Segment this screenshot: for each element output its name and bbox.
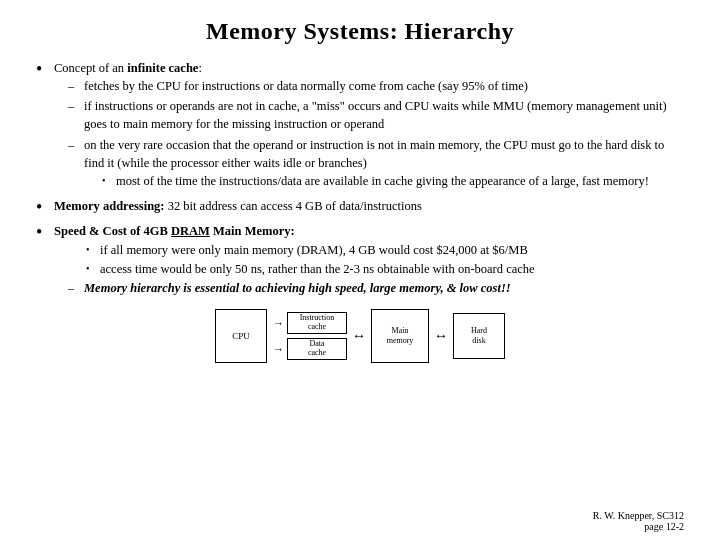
dash-sym-italic: – xyxy=(68,279,84,297)
sub-bullet-dot-3b: • xyxy=(86,262,100,277)
cpu-label: CPU xyxy=(232,331,250,341)
bullet-1-intro: Concept of an xyxy=(54,61,127,75)
sub-bullet-dot-3a: • xyxy=(86,243,100,258)
footer-line2: page 12-2 xyxy=(593,521,684,532)
bullet-1-bold: infinite cache xyxy=(127,61,198,75)
sub-bullet-dot-1: • xyxy=(102,174,116,189)
sub-bullet-3a-text: if all memory were only main memory (DRA… xyxy=(100,241,528,259)
bullet-1: • Concept of an infinite cache: – fetche… xyxy=(36,59,684,193)
dram-label: DRAM xyxy=(171,224,210,238)
dash-2-text: if instructions or operands are not in c… xyxy=(84,97,684,133)
instruction-cache-box: Instructioncache xyxy=(287,312,347,334)
hard-disk-box: Harddisk xyxy=(453,313,505,359)
main-memory-box: Mainmemory xyxy=(371,309,429,363)
bullet-2-text: Memory addressing: 32 bit address can ac… xyxy=(54,197,684,215)
dash-list-1: – fetches by the CPU for instructions or… xyxy=(68,77,684,191)
dash-1: – fetches by the CPU for instructions or… xyxy=(68,77,684,95)
dash-sym-1: – xyxy=(68,77,84,95)
hard-disk-label: Harddisk xyxy=(471,326,487,345)
dash-2: – if instructions or operands are not in… xyxy=(68,97,684,133)
instruction-cache-row: → Instructioncache xyxy=(273,312,347,334)
bullet-3: • Speed & Cost of 4GB DRAM Main Memory: … xyxy=(36,222,684,299)
arrow-to-data: → xyxy=(273,343,284,355)
dash-3-text: on the very rare occasion that the opera… xyxy=(84,138,664,170)
instruction-cache-label: Instructioncache xyxy=(300,314,335,332)
sub-bullet-3b-text: access time would be only 50 ns, rather … xyxy=(100,260,535,278)
bullet-2-bold: Memory addressing: xyxy=(54,199,165,213)
bullet-1-colon: : xyxy=(198,61,201,75)
slide-content: • Concept of an infinite cache: – fetche… xyxy=(36,59,684,299)
cache-arrows-group: → Instructioncache → Datacache xyxy=(273,312,347,360)
bullet-dot-1: • xyxy=(36,59,54,81)
memory-hierarchy-diagram: CPU → Instructioncache → Datacache ↔ Mai… xyxy=(36,309,684,363)
dash-sym-3: – xyxy=(68,136,84,154)
dash-3: – on the very rare occasion that the ope… xyxy=(68,136,684,191)
arrow-to-instr: → xyxy=(273,317,284,329)
bullet-2: • Memory addressing: 32 bit address can … xyxy=(36,197,684,219)
slide-title: Memory Systems: Hierarchy xyxy=(36,18,684,45)
sub-bullet-1: • most of the time the instructions/data… xyxy=(102,172,684,190)
data-cache-box: Datacache xyxy=(287,338,347,360)
sub-bullet-3a: • if all memory were only main memory (D… xyxy=(86,241,684,259)
sub-list-3: • if all memory were only main memory (D… xyxy=(68,241,684,297)
arrow-main-disk: ↔ xyxy=(434,328,448,344)
main-memory-label: Mainmemory xyxy=(387,326,414,345)
data-cache-row: → Datacache xyxy=(273,338,347,360)
cpu-box: CPU xyxy=(215,309,267,363)
bullet-1-text: Concept of an infinite cache: – fetches … xyxy=(54,59,684,193)
bullet-3-intro: Speed & Cost of 4GB DRAM Main Memory: xyxy=(54,224,295,238)
bullet-3-text: Speed & Cost of 4GB DRAM Main Memory: • … xyxy=(54,222,684,299)
dash-italic-text: Memory hierarchy is essential to achievi… xyxy=(84,279,511,297)
slide-page: Memory Systems: Hierarchy • Concept of a… xyxy=(0,0,720,540)
dash-1-text: fetches by the CPU for instructions or d… xyxy=(84,77,528,95)
footer: R. W. Knepper, SC312 page 12-2 xyxy=(593,510,684,532)
dash-3-content: on the very rare occasion that the opera… xyxy=(84,136,684,191)
sub-bullet-1-text: most of the time the instructions/data a… xyxy=(116,172,649,190)
dash-italic-item: – Memory hierarchy is essential to achie… xyxy=(68,279,684,297)
arrow-cache-main: ↔ xyxy=(352,328,366,344)
bullet-dot-2: • xyxy=(36,197,54,219)
bullet-dot-3: • xyxy=(36,222,54,244)
footer-line1: R. W. Knepper, SC312 xyxy=(593,510,684,521)
data-cache-label: Datacache xyxy=(308,340,326,358)
bullet-2-rest: 32 bit address can access 4 GB of data/i… xyxy=(165,199,422,213)
sub-bullet-3b: • access time would be only 50 ns, rathe… xyxy=(86,260,684,278)
dash-sym-2: – xyxy=(68,97,84,115)
